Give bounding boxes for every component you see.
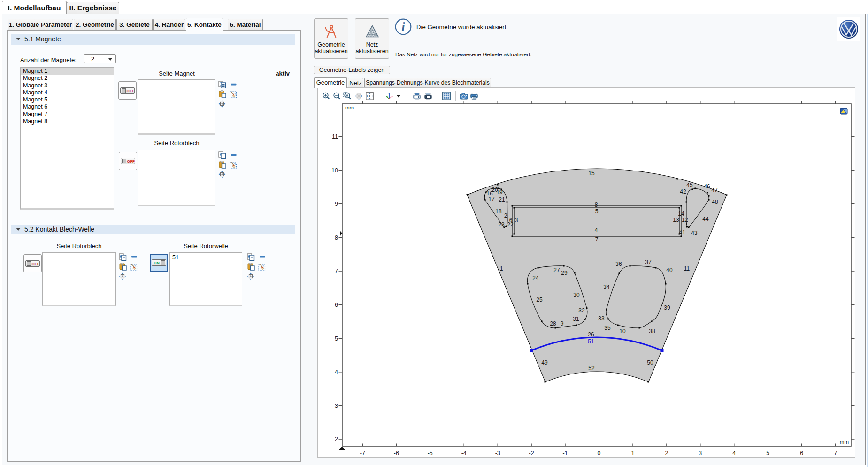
svg-text:-5: -5 <box>428 450 433 457</box>
svg-text:37: 37 <box>645 259 652 265</box>
svg-text:43: 43 <box>691 230 698 236</box>
svg-text:38: 38 <box>649 328 655 335</box>
svg-text:5: 5 <box>595 208 599 215</box>
svg-text:0: 0 <box>598 450 601 457</box>
svg-text:45: 45 <box>686 182 693 188</box>
svg-text:6: 6 <box>335 302 338 308</box>
svg-text:11: 11 <box>684 265 690 272</box>
svg-text:9: 9 <box>561 320 564 327</box>
svg-text:11: 11 <box>332 133 338 140</box>
svg-text:28: 28 <box>550 320 556 327</box>
svg-text:9: 9 <box>335 201 338 207</box>
svg-text:mm: mm <box>840 439 849 444</box>
svg-text:25: 25 <box>536 296 543 303</box>
svg-text:-3: -3 <box>495 450 500 457</box>
svg-text:50: 50 <box>647 359 653 366</box>
svg-text:46: 46 <box>704 183 710 190</box>
svg-text:26: 26 <box>588 331 594 338</box>
svg-text:35: 35 <box>604 325 611 331</box>
svg-text:52: 52 <box>588 365 595 372</box>
svg-text:24: 24 <box>532 275 539 281</box>
svg-text:3: 3 <box>515 217 518 224</box>
svg-text:10: 10 <box>331 167 338 174</box>
svg-text:1: 1 <box>631 450 635 457</box>
svg-text:1: 1 <box>500 265 503 272</box>
svg-text:-7: -7 <box>360 450 365 457</box>
svg-text:31: 31 <box>573 316 579 322</box>
svg-text:47: 47 <box>711 187 718 194</box>
svg-text:33: 33 <box>598 315 605 322</box>
svg-text:48: 48 <box>712 199 718 205</box>
svg-text:2: 2 <box>665 450 668 457</box>
svg-text:3: 3 <box>699 450 702 457</box>
svg-text:8: 8 <box>595 202 598 208</box>
svg-text:13: 13 <box>673 217 679 223</box>
svg-text:-6: -6 <box>394 450 399 457</box>
svg-text:19: 19 <box>496 189 503 195</box>
svg-text:4: 4 <box>732 450 736 457</box>
svg-text:5: 5 <box>335 335 338 342</box>
svg-text:8: 8 <box>335 234 338 241</box>
svg-text:-1: -1 <box>562 450 568 457</box>
svg-text:18: 18 <box>495 208 502 215</box>
svg-text:23: 23 <box>498 221 505 228</box>
svg-text:29: 29 <box>561 270 568 276</box>
svg-text:2: 2 <box>504 212 507 219</box>
svg-text:36: 36 <box>615 261 622 267</box>
svg-text:27: 27 <box>553 267 560 273</box>
svg-text:32: 32 <box>578 307 585 314</box>
svg-text:-2: -2 <box>529 450 534 457</box>
svg-text:30: 30 <box>573 292 580 298</box>
svg-text:34: 34 <box>603 284 610 290</box>
svg-text:17: 17 <box>488 196 495 202</box>
svg-text:7: 7 <box>335 268 338 274</box>
svg-text:22: 22 <box>507 221 514 228</box>
svg-text:41: 41 <box>679 229 685 236</box>
svg-text:15: 15 <box>588 170 595 177</box>
svg-text:14: 14 <box>678 210 684 217</box>
svg-text:7: 7 <box>834 450 837 457</box>
svg-text:4: 4 <box>595 227 598 234</box>
svg-text:7: 7 <box>595 236 599 243</box>
svg-text:6: 6 <box>800 450 803 457</box>
svg-text:12: 12 <box>682 217 688 223</box>
svg-text:44: 44 <box>702 216 709 222</box>
svg-text:3: 3 <box>335 403 338 409</box>
svg-text:42: 42 <box>680 188 686 195</box>
svg-text:39: 39 <box>664 304 670 311</box>
svg-text:51: 51 <box>588 338 594 345</box>
svg-text:40: 40 <box>666 267 673 273</box>
svg-text:10: 10 <box>619 328 626 335</box>
svg-text:49: 49 <box>541 359 548 366</box>
svg-text:-4: -4 <box>461 450 467 457</box>
svg-text:21: 21 <box>499 196 505 203</box>
svg-text:2: 2 <box>335 436 338 443</box>
svg-text:5: 5 <box>766 450 769 457</box>
svg-text:mm: mm <box>345 105 354 110</box>
svg-text:4: 4 <box>335 369 338 375</box>
